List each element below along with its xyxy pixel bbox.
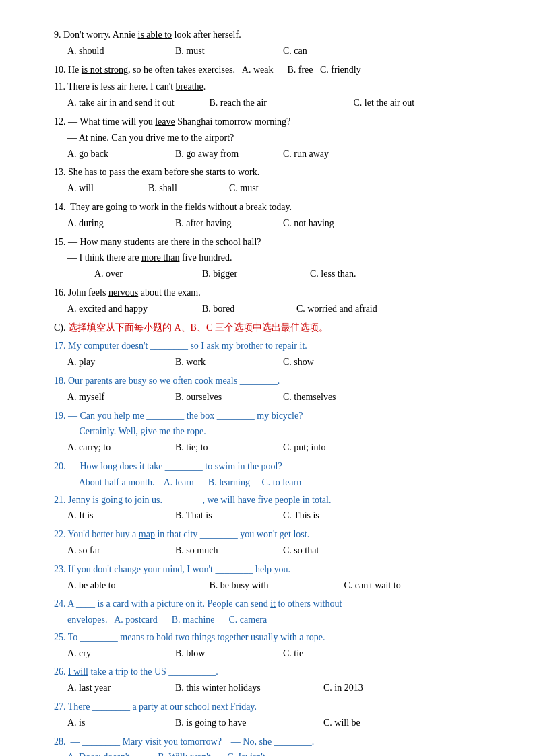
q22-opt-a: A. so far — [67, 543, 175, 559]
q25-text: 25. To ________ means to hold two things… — [54, 629, 495, 646]
q21-options: A. It is B. That is C. This is — [67, 508, 495, 524]
q26-text: 26. I will take a trip to the US _______… — [54, 664, 495, 680]
q24-line2: envelopes. A. postcard B. machine C. cam… — [67, 612, 495, 628]
q16-text: 16. John feels nervous about the exam. — [54, 285, 495, 301]
q24-line1: 24. A ____ is a card with a picture on i… — [54, 596, 495, 612]
q11-opt-c: C. let the air out — [337, 95, 472, 111]
question-9: 9. Don't worry. Annie is able to look af… — [54, 27, 495, 59]
q14-opt-a: A. during — [67, 215, 175, 232]
q15-opt-b: B. bigger — [202, 266, 310, 282]
question-24: 24. A ____ is a card with a picture on i… — [54, 596, 495, 628]
q22-opt-c: C. so that — [283, 543, 391, 559]
q21-opt-c: C. This is — [283, 508, 391, 524]
q26-options: A. last year B. this winter holidays C. … — [67, 680, 495, 696]
q9-options: A. should B. must C. can — [67, 43, 495, 59]
q26-opt-c: C. in 2013 — [323, 680, 431, 696]
question-22: 22. You'd better buy a map in that city … — [54, 526, 495, 559]
q22-opt-b: B. so much — [175, 543, 283, 559]
q13-text: 13. She has to pass the exam before she … — [54, 164, 495, 180]
q23-opt-a: A. be able to — [67, 578, 202, 594]
q13-options: A. will B. shall C. must — [67, 180, 495, 197]
q20-line2: — About half a month. A. learn B. learni… — [67, 475, 495, 491]
q28-line1: 28. — ________ Mary visit you tomorrow? … — [54, 734, 495, 750]
question-23: 23. If you don't change your mind, I won… — [54, 561, 495, 594]
q19-options: A. carry; to B. tie; to C. put; into — [67, 440, 495, 456]
q26-opt-a: A. last year — [67, 680, 175, 696]
q17-opt-b: B. work — [175, 354, 283, 370]
q15-options: A. over B. bigger C. less than. — [94, 266, 495, 282]
q23-opt-c: C. can't wait to — [337, 578, 472, 594]
question-11: 11. There is less air here. I can't brea… — [54, 79, 495, 111]
q27-opt-b: B. is going to have — [175, 715, 323, 731]
question-13: 13. She has to pass the exam before she … — [54, 164, 495, 197]
q27-opt-c: C. will be — [323, 715, 431, 731]
q15-line1: 15. — How many students are there in the… — [54, 234, 495, 250]
q19-opt-b: B. tie; to — [175, 440, 283, 456]
q18-text: 18. Our parents are busy so we often coo… — [54, 373, 495, 389]
q26-opt-b: B. this winter holidays — [175, 680, 323, 696]
q9-opt-b: B. must — [175, 43, 283, 59]
question-15: 15. — How many students are there in the… — [54, 234, 495, 282]
q25-opt-a: A. cry — [67, 646, 175, 662]
q27-text: 27. There ________ a party at our school… — [54, 699, 495, 715]
q12-opt-b: B. go away from — [175, 146, 283, 162]
q19-line1: 19. — Can you help me ________ the box _… — [54, 408, 495, 424]
q22-options: A. so far B. so much C. so that — [67, 543, 495, 559]
question-25: 25. To ________ means to hold two things… — [54, 629, 495, 662]
worksheet: 9. Don't worry. Annie is able to look af… — [54, 27, 495, 756]
question-17: 17. My computer doesn't ________ so I as… — [54, 338, 495, 370]
q15-opt-a: A. over — [94, 266, 202, 282]
q19-opt-a: A. carry; to — [67, 440, 175, 456]
q17-options: A. play B. work C. show — [67, 354, 495, 370]
q23-text: 23. If you don't change your mind, I won… — [54, 561, 495, 578]
q12-opt-a: A. go back — [67, 146, 175, 162]
q22-text: 22. You'd better buy a map in that city … — [54, 526, 495, 543]
q16-opt-a: A. excited and happy — [67, 301, 202, 317]
q25-opt-c: C. tie — [283, 646, 391, 662]
q14-options: A. during B. after having C. not having — [67, 215, 495, 232]
q17-text: 17. My computer doesn't ________ so I as… — [54, 338, 495, 354]
q23-options: A. be able to B. be busy with C. can't w… — [67, 578, 495, 594]
q11-opt-a: A. take air in and send it out — [67, 95, 202, 111]
q27-opt-a: A. is — [67, 715, 175, 731]
question-12: 12. — What time will you leave Shanghai … — [54, 114, 495, 162]
q15-line2: — I think there are more than five hundr… — [67, 250, 495, 266]
q20-line1: 20. — How long does it take ________ to … — [54, 458, 495, 475]
q14-opt-c: C. not having — [283, 215, 391, 232]
question-10: 10. He is not strong, so he often takes … — [54, 62, 495, 78]
section-c-label: 选择填空从下面每小题的 A、B、C 三个选项中选出最佳选项。 — [68, 322, 328, 333]
question-20: 20. — How long does it take ________ to … — [54, 458, 495, 491]
q16-opt-c-note: C). 选择填空从下面每小题的 A、B、C 三个选项中选出最佳选项。 — [54, 320, 495, 336]
q12-line1: 12. — What time will you leave Shanghai … — [54, 114, 495, 130]
q18-opt-b: B. ourselves — [175, 389, 283, 405]
q16-opt-b: B. bored — [202, 301, 296, 317]
q9-text: 9. Don't worry. Annie is able to look af… — [54, 27, 495, 43]
question-28: 28. — ________ Mary visit you tomorrow? … — [54, 734, 495, 756]
q28-line2: A. Does; doesn't B. Will; won't C. Is; i… — [67, 749, 495, 756]
question-21: 21. Jenny is going to join us. ________,… — [54, 492, 495, 524]
q15-opt-c: C. less than. — [310, 266, 418, 282]
q18-options: A. myself B. ourselves C. themselves — [67, 389, 495, 405]
q18-opt-c: C. themselves — [283, 389, 391, 405]
q23-opt-b: B. be busy with — [202, 578, 337, 594]
q12-options: A. go back B. go away from C. run away — [67, 146, 495, 162]
q11-opt-b: B. reach the air — [202, 95, 337, 111]
q9-opt-a: A. should — [67, 43, 175, 59]
q16-opt-c: C. worried and afraid — [296, 301, 431, 317]
q27-options: A. is B. is going to have C. will be — [67, 715, 495, 731]
q19-opt-c: C. put; into — [283, 440, 391, 456]
q11-options: A. take air in and send it out B. reach … — [67, 95, 495, 111]
q11-text: 11. There is less air here. I can't brea… — [54, 79, 495, 95]
q14-text: 14. They are going to work in the fields… — [54, 199, 495, 215]
q12-opt-c: C. run away — [283, 146, 391, 162]
question-27: 27. There ________ a party at our school… — [54, 699, 495, 731]
question-19: 19. — Can you help me ________ the box _… — [54, 408, 495, 456]
q13-opt-c: C. must — [229, 180, 310, 197]
q10-text: 10. He is not strong, so he often takes … — [54, 62, 495, 78]
question-14: 14. They are going to work in the fields… — [54, 199, 495, 232]
question-26: 26. I will take a trip to the US _______… — [54, 664, 495, 696]
question-18: 18. Our parents are busy so we often coo… — [54, 373, 495, 405]
q21-text: 21. Jenny is going to join us. ________,… — [54, 492, 495, 508]
q16-options: A. excited and happy B. bored C. worried… — [67, 301, 495, 317]
q21-opt-b: B. That is — [175, 508, 283, 524]
